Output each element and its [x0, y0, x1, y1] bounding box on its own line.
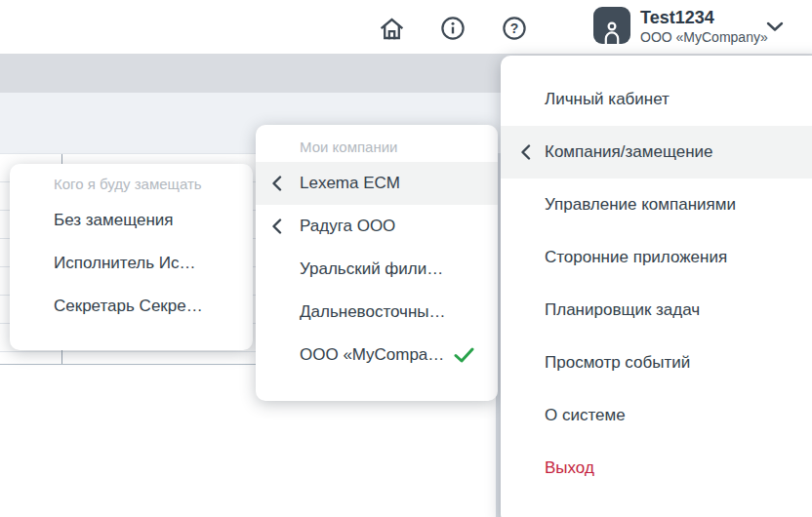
- menu-item-label: Исполнитель Ис…: [54, 254, 196, 273]
- menu-item-label: Компания/замещение: [545, 142, 713, 162]
- menu-item-no-substitution[interactable]: Без замещения: [10, 199, 253, 242]
- menu-item-company-uralsky[interactable]: Уральский фили…: [256, 248, 498, 291]
- menu-item-label: Уральский фили…: [300, 259, 443, 279]
- menu-item-label: Дальневосточны…: [300, 302, 446, 322]
- substitution-menu-header: Кого я буду замещать: [10, 168, 253, 199]
- menu-item-substitute-sekretar[interactable]: Секретарь Секре…: [10, 285, 253, 328]
- user-menu: Личный кабинет Компания/замещение Управл…: [501, 56, 812, 517]
- user-menu-caret[interactable]: [766, 18, 784, 35]
- home-icon: [379, 16, 405, 42]
- menu-item-company-substitution[interactable]: Компания/замещение: [501, 126, 812, 179]
- user-menu-trigger[interactable]: Test1234 ООО «MyCompany»: [640, 8, 768, 45]
- chevron-left-icon: [271, 219, 282, 234]
- menu-item-label: Секретарь Секре…: [54, 297, 203, 316]
- chevron-left-icon: [520, 144, 531, 160]
- info-button[interactable]: [439, 15, 467, 42]
- menu-item-logout[interactable]: Выход: [501, 442, 812, 495]
- menu-item-label: Радуга ООО: [300, 217, 395, 236]
- menu-item-personal-cabinet[interactable]: Личный кабинет: [501, 73, 812, 126]
- menu-item-company-mycompany[interactable]: ООО «MyCompa…: [256, 334, 498, 377]
- chevron-down-icon: [766, 21, 784, 32]
- menu-item-event-viewer[interactable]: Просмотр событий: [501, 337, 812, 389]
- user-name: Test1234: [640, 8, 768, 28]
- menu-item-label: Без замещения: [54, 211, 174, 230]
- help-button[interactable]: ?: [501, 15, 528, 42]
- user-company: ООО «MyCompany»: [640, 29, 768, 45]
- menu-item-company-management[interactable]: Управление компаниями: [501, 179, 812, 231]
- companies-menu-header: Мои компании: [256, 131, 498, 162]
- substitution-menu: Кого я буду замещать Без замещения Испол…: [10, 164, 253, 350]
- menu-item-company-dalnevostochny[interactable]: Дальневосточны…: [256, 291, 498, 334]
- menu-item-third-party-apps[interactable]: Сторонние приложения: [501, 231, 812, 284]
- menu-item-substitute-ispolnitel[interactable]: Исполнитель Ис…: [10, 242, 253, 285]
- check-icon: [454, 347, 474, 363]
- home-button[interactable]: [378, 15, 405, 42]
- help-icon: ?: [502, 16, 527, 41]
- menu-item-label: ООО «MyCompa…: [300, 345, 444, 365]
- menu-item-label: Выход: [545, 458, 594, 478]
- menu-item-label: Личный кабинет: [545, 90, 670, 109]
- menu-item-label: Сторонние приложения: [545, 248, 727, 267]
- menu-item-company-lexema-ecm[interactable]: Lexema ECM: [256, 162, 498, 205]
- user-icon: [600, 19, 624, 44]
- menu-item-label: Lexema ECM: [300, 174, 400, 193]
- menu-item-task-scheduler[interactable]: Планировщик задач: [501, 284, 812, 337]
- menu-item-company-raduga[interactable]: Радуга ООО: [256, 205, 498, 248]
- menu-item-label: Управление компаниями: [545, 195, 736, 215]
- user-avatar[interactable]: [593, 7, 630, 44]
- menu-item-label: О системе: [545, 406, 626, 425]
- chevron-left-icon: [271, 176, 282, 191]
- info-icon: [440, 16, 466, 41]
- companies-menu: Мои компании Lexema ECM Радуга ООО Ураль…: [256, 125, 498, 401]
- top-bar: ? Test1234 ООО «MyCompany»: [0, 0, 812, 54]
- menu-item-label: Просмотр событий: [545, 353, 690, 373]
- menu-item-label: Планировщик задач: [545, 300, 700, 320]
- menu-item-about-system[interactable]: О системе: [501, 389, 812, 442]
- svg-text:?: ?: [510, 20, 519, 36]
